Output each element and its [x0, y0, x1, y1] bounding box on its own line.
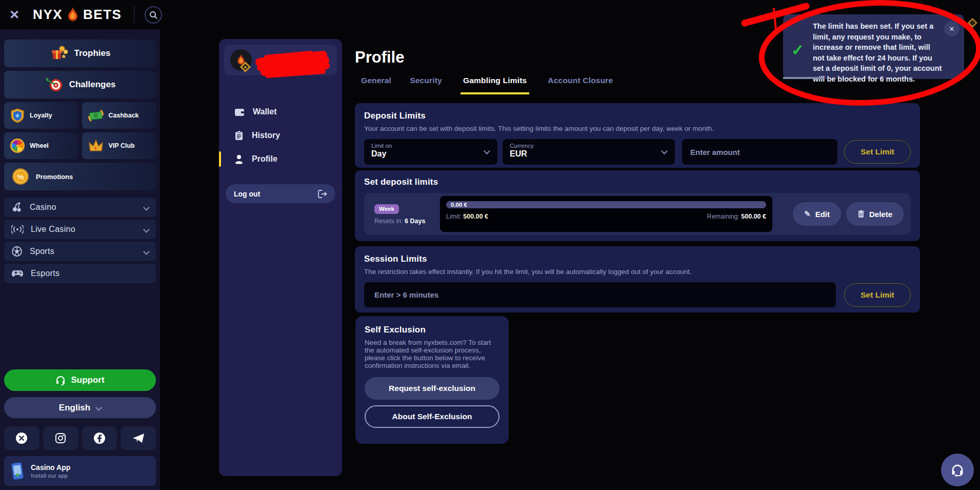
sidebar-item-challenges[interactable]: Challenges — [4, 71, 156, 99]
resets-label: Resets in: — [374, 218, 403, 225]
facebook-social-button[interactable] — [82, 426, 117, 450]
deposit-amount-input[interactable] — [682, 139, 837, 165]
x-social-button[interactable] — [4, 426, 39, 450]
username: 79CoolDove — [260, 61, 299, 69]
sidebar-item-label: Trophies — [74, 48, 111, 58]
live-chat-button[interactable] — [941, 454, 974, 486]
flame-logo-icon — [65, 7, 81, 23]
deposit-progress: 0.00 € Limit: 500.00 € Remaining: 500.00… — [440, 196, 772, 232]
headset-icon — [55, 375, 66, 385]
tab-general[interactable]: General — [361, 76, 391, 94]
menu-item-profile[interactable]: Profile — [219, 147, 342, 171]
challenges-icon — [45, 76, 63, 93]
menu-item-label: History — [252, 131, 280, 140]
sidebar-item-promotions[interactable]: % Promotions — [4, 163, 156, 190]
sports-ball-icon — [11, 246, 23, 257]
currency-dropdown[interactable]: Currency EUR — [503, 139, 675, 165]
sidebar-item-live-casino[interactable]: Live Casino — [4, 220, 156, 239]
svg-text:%: % — [17, 172, 24, 181]
sidebar-item-label: VIP Club — [109, 142, 135, 149]
header-divider — [134, 6, 134, 24]
period-badge: Week — [374, 204, 399, 214]
sidebar-item-trophies[interactable]: Trophies — [4, 40, 156, 67]
telegram-icon — [132, 432, 145, 444]
sidebar-item-casino[interactable]: Casino — [4, 198, 156, 217]
chevron-down-icon — [143, 248, 150, 255]
support-button[interactable]: Support — [4, 369, 156, 391]
tab-security[interactable]: Security — [410, 76, 442, 94]
sidebar-item-wheel[interactable]: Wheel — [4, 132, 78, 159]
deposit-limit-row: Week Resets in: 6 Days 0.00 € Limit: 500… — [364, 193, 911, 235]
sidebar-item-label: Live Casino — [31, 225, 75, 234]
chevron-down-icon — [143, 226, 150, 233]
trash-icon — [857, 210, 865, 218]
search-icon — [149, 11, 157, 19]
trophies-icon — [50, 45, 68, 62]
deposit-set-limit-button[interactable]: Set Limit — [844, 140, 911, 164]
sidebar: Trophies Challenges Loyalty — [0, 29, 160, 490]
edit-limit-button[interactable]: ✎ Edit — [793, 202, 841, 226]
sidebar-item-label: Casino — [30, 203, 56, 212]
self-exclusion-description: Need a break from nyxbets.com? To start … — [365, 339, 499, 369]
sidebar-item-label: Esports — [31, 269, 59, 278]
vip-crown-icon — [88, 139, 104, 153]
remaining-value: 500.00 € — [741, 213, 766, 220]
resets-value: 6 Days — [405, 218, 425, 225]
sidebar-item-label: Wheel — [30, 142, 49, 149]
session-minutes-input[interactable] — [364, 282, 836, 307]
logout-icon — [318, 190, 327, 198]
tab-gambling-limits[interactable]: Gambling Limits — [461, 76, 529, 94]
menu-item-history[interactable]: History — [219, 124, 342, 147]
sidebar-item-loyalty[interactable]: Loyalty — [4, 102, 78, 129]
menu-item-label: Profile — [252, 154, 277, 164]
wallet-icon — [234, 107, 245, 116]
brand-text-right: BETS — [83, 7, 122, 23]
limit-label: Limit: — [446, 213, 462, 220]
close-icon[interactable]: ✕ — [9, 8, 19, 22]
menu-item-wallet[interactable]: Wallet — [219, 100, 342, 124]
x-icon — [15, 432, 28, 445]
brand-logo[interactable]: NYX BETS — [33, 7, 122, 23]
deposit-limits-title: Deposit Limits — [364, 111, 911, 121]
search-button[interactable] — [145, 6, 162, 24]
request-self-exclusion-button[interactable]: Request self-exclusion — [365, 377, 499, 400]
about-self-exclusion-button[interactable]: About Self-Exclusion — [365, 405, 499, 428]
app-window: ✕ NYX BETS — [0, 0, 980, 490]
active-indicator — [219, 151, 221, 167]
language-selector[interactable]: English — [4, 397, 156, 418]
sidebar-item-label: Loyalty — [30, 112, 52, 119]
currency-value: EUR — [510, 149, 668, 159]
menu-item-label: Wallet — [253, 107, 277, 116]
live-casino-icon — [11, 224, 24, 234]
logout-button[interactable]: Log out — [226, 184, 335, 203]
currency-label: Currency — [510, 143, 668, 149]
tab-account-closure[interactable]: Account Closure — [548, 76, 613, 94]
sidebar-item-label: Challenges — [69, 80, 116, 90]
account-menu: Wallet History Profile — [219, 100, 342, 171]
sidebar-item-vip-club[interactable]: VIP Club — [82, 132, 156, 159]
pencil-icon: ✎ — [804, 209, 811, 219]
limit-on-dropdown[interactable]: Limit on Day — [364, 139, 497, 165]
session-limits-panel: Session Limits The restriction takes eff… — [355, 246, 920, 312]
language-label: English — [59, 403, 90, 413]
wheel-icon — [10, 139, 25, 153]
casino-cherries-icon — [11, 202, 23, 213]
sidebar-item-sports[interactable]: Sports — [4, 242, 156, 261]
casino-app-banner[interactable]: Casino App Install our app — [4, 456, 156, 486]
instagram-social-button[interactable] — [43, 426, 78, 450]
session-limits-description: The restriction takes effect instantly. … — [364, 268, 911, 276]
delete-limit-button[interactable]: Delete — [846, 202, 904, 226]
chat-headset-icon — [951, 463, 964, 477]
sidebar-item-label: Promotions — [36, 173, 73, 181]
self-exclusion-panel: Self Exclusion Need a break from nyxbets… — [355, 316, 509, 444]
account-user-card[interactable]: 79CoolDove — [224, 45, 337, 75]
chevron-down-icon — [143, 204, 150, 211]
session-set-limit-button[interactable]: Set Limit — [844, 283, 911, 307]
delete-label: Delete — [869, 210, 892, 219]
telegram-social-button[interactable] — [121, 426, 156, 450]
toast-close-icon[interactable]: ✕ — [944, 21, 959, 36]
set-deposit-limits-title: Set deposit limits — [364, 177, 911, 187]
instagram-icon — [54, 432, 67, 444]
sidebar-item-esports[interactable]: Esports — [4, 264, 156, 283]
sidebar-item-cashback[interactable]: Cashback — [82, 102, 156, 129]
